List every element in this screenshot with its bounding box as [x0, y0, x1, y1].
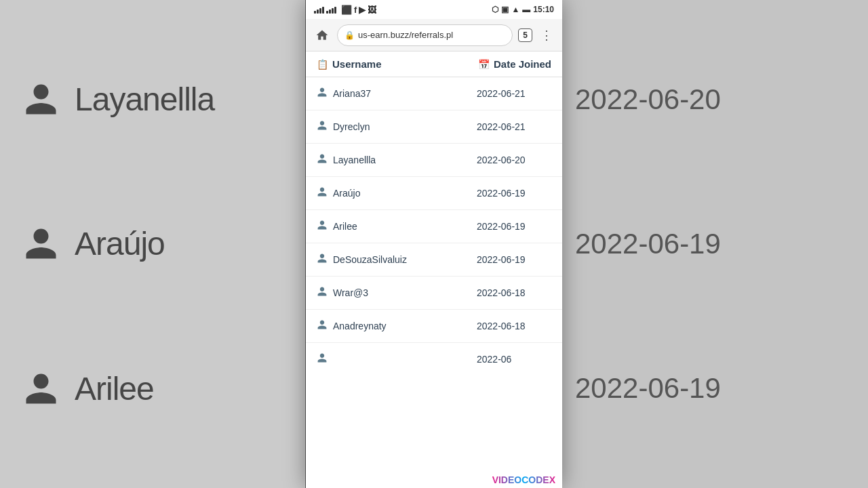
date-value: 2022-06-21 [477, 88, 551, 99]
bar-2 [317, 9, 319, 14]
username-value: Ariana37 [333, 88, 371, 99]
user-row-icon [317, 286, 328, 300]
bg-date-2: 2022-06-19 [575, 228, 721, 260]
url-text: us-earn.buzz/referrals.pl [358, 30, 453, 40]
username-value: Anadreynaty [333, 321, 387, 331]
date-header-icon: 📅 [478, 59, 490, 70]
user-row-icon [317, 186, 328, 200]
user-cell [317, 352, 477, 366]
table-header: 📋 Username 📅 Date Joined [306, 52, 562, 77]
facebook-icon: f [354, 5, 357, 15]
username-header-label: Username [332, 58, 382, 70]
table-row: 2022-06 [306, 343, 562, 375]
sim-icon: ▣ [501, 5, 509, 14]
cast-icon: ⬡ [492, 5, 498, 14]
date-value: 2022-06-19 [477, 188, 551, 199]
user-row-icon [317, 220, 328, 233]
user-cell: Araújo [317, 186, 477, 200]
phone-frame: ⬛ f ▶ 🖼 ⬡ ▣ ▲ ▬ 15:10 🔒 us-earn [306, 0, 562, 488]
bg-user-arilee: Arilee [20, 368, 154, 409]
date-value: 2022-06-18 [477, 321, 551, 331]
username-value: Dyreclyn [333, 121, 370, 132]
signal-bars-1 [314, 5, 324, 14]
username-value: Araújo [333, 188, 360, 199]
date-value: 2022-06 [477, 354, 551, 365]
image-icon: 🖼 [368, 5, 376, 15]
status-bar: ⬛ f ▶ 🖼 ⬡ ▣ ▲ ▬ 15:10 [306, 0, 562, 19]
bg-user-icon-1 [20, 79, 61, 120]
background-left: Layanellla Araújo Arilee [0, 0, 305, 488]
username-value: Layanellla [333, 155, 376, 165]
date-value: 2022-06-21 [477, 121, 551, 132]
bar-5 [326, 11, 328, 14]
table-row: Araújo2022-06-19 [306, 177, 562, 210]
wifi-icon: ▲ [511, 5, 519, 14]
table-row: Dyreclyn2022-06-21 [306, 110, 562, 144]
bg-date-1: 2022-06-20 [575, 83, 721, 116]
bg-user-layanellla: Layanellla [20, 79, 214, 120]
time-display: 15:10 [533, 5, 554, 14]
user-row-icon [317, 319, 328, 333]
watermark-bar: VIDEOCODEX [306, 472, 562, 488]
bg-name-arilee: Arilee [75, 370, 154, 407]
status-left: ⬛ f ▶ 🖼 [314, 5, 376, 15]
bar-7 [332, 8, 334, 14]
user-row-icon [317, 120, 328, 134]
bg-name-layanellla: Layanellla [75, 81, 214, 118]
watermark-text: VIDEOCODEX [492, 474, 555, 485]
battery-icon: ▬ [522, 5, 530, 14]
table-row: DeSouzaSilvaluiz2022-06-19 [306, 243, 562, 277]
table-row: Arilee2022-06-19 [306, 210, 562, 243]
lock-icon: 🔒 [344, 30, 355, 40]
user-row-icon [317, 352, 328, 366]
user-row-icon [317, 153, 328, 167]
table-row: Ariana372022-06-21 [306, 77, 562, 110]
user-row-icon [317, 253, 328, 266]
bg-user-icon-3 [20, 368, 61, 409]
date-value: 2022-06-19 [477, 254, 551, 265]
background-right: 2022-06-20 2022-06-19 2022-06-19 [561, 0, 868, 488]
bg-user-araujo: Araújo [20, 224, 165, 264]
user-cell: Layanellla [317, 153, 477, 167]
bar-4 [322, 7, 324, 14]
username-column-header: 📋 Username [317, 58, 478, 70]
bg-date-3: 2022-06-19 [575, 372, 721, 405]
date-column-header: 📅 Date Joined [478, 58, 551, 70]
address-bar[interactable]: 🔒 us-earn.buzz/referrals.pl 5 ⋮ [306, 19, 562, 52]
table-row: Layanellla2022-06-20 [306, 144, 562, 177]
status-right: ⬡ ▣ ▲ ▬ 15:10 [492, 5, 554, 14]
username-value: Wrar@3 [333, 287, 368, 298]
username-value: Arilee [333, 221, 357, 232]
url-input[interactable]: 🔒 us-earn.buzz/referrals.pl [337, 24, 513, 46]
table-row: Wrar@32022-06-18 [306, 277, 562, 310]
tab-count-badge[interactable]: 5 [518, 28, 532, 42]
video-icon: ▶ [359, 5, 366, 15]
user-cell: DeSouzaSilvaluiz [317, 253, 477, 266]
referrals-table-body[interactable]: Ariana372022-06-21Dyreclyn2022-06-21Laya… [306, 77, 562, 472]
user-cell: Wrar@3 [317, 286, 477, 300]
bar-8 [334, 7, 336, 14]
signal-bars-2 [326, 5, 336, 14]
table-row: Anadreynaty2022-06-18 [306, 310, 562, 343]
bar-1 [314, 11, 316, 14]
user-row-icon [317, 87, 328, 100]
username-value: DeSouzaSilvaluiz [333, 254, 407, 265]
user-cell: Dyreclyn [317, 120, 477, 134]
user-cell: Anadreynaty [317, 319, 477, 333]
browser-menu-button[interactable]: ⋮ [538, 25, 555, 45]
carrier-icon: ⬛ [341, 5, 352, 15]
user-cell: Arilee [317, 220, 477, 233]
date-value: 2022-06-20 [477, 155, 551, 165]
date-value: 2022-06-18 [477, 287, 551, 298]
user-cell: Ariana37 [317, 87, 477, 100]
bar-3 [319, 8, 321, 14]
bg-user-icon-2 [20, 224, 61, 264]
date-value: 2022-06-19 [477, 221, 551, 232]
username-header-icon: 📋 [317, 59, 328, 70]
bar-6 [329, 9, 331, 14]
date-header-label: Date Joined [494, 58, 551, 70]
home-button[interactable] [313, 26, 332, 45]
screen-wrapper: Layanellla Araújo Arilee 2022-06-20 2022… [0, 0, 868, 488]
bg-name-araujo: Araújo [75, 225, 165, 262]
